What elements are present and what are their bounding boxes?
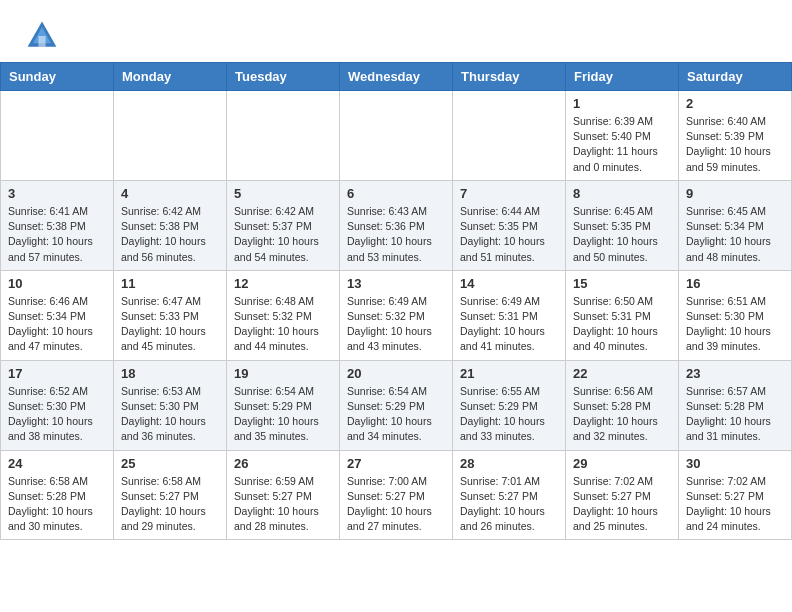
- day-info: Sunrise: 6:54 AMSunset: 5:29 PMDaylight:…: [234, 384, 332, 445]
- day-info: Sunrise: 6:54 AMSunset: 5:29 PMDaylight:…: [347, 384, 445, 445]
- weekday-friday: Friday: [566, 63, 679, 91]
- page-header: [0, 0, 792, 62]
- day-info: Sunrise: 6:47 AMSunset: 5:33 PMDaylight:…: [121, 294, 219, 355]
- day-info: Sunrise: 6:56 AMSunset: 5:28 PMDaylight:…: [573, 384, 671, 445]
- day-number: 3: [8, 186, 106, 201]
- day-number: 9: [686, 186, 784, 201]
- calendar-cell: 1Sunrise: 6:39 AMSunset: 5:40 PMDaylight…: [566, 91, 679, 181]
- calendar-cell: 11Sunrise: 6:47 AMSunset: 5:33 PMDayligh…: [114, 270, 227, 360]
- calendar-week-row: 1Sunrise: 6:39 AMSunset: 5:40 PMDaylight…: [1, 91, 792, 181]
- logo: [24, 18, 64, 54]
- day-number: 8: [573, 186, 671, 201]
- day-info: Sunrise: 6:39 AMSunset: 5:40 PMDaylight:…: [573, 114, 671, 175]
- calendar-cell: 6Sunrise: 6:43 AMSunset: 5:36 PMDaylight…: [340, 180, 453, 270]
- day-info: Sunrise: 6:44 AMSunset: 5:35 PMDaylight:…: [460, 204, 558, 265]
- day-info: Sunrise: 7:02 AMSunset: 5:27 PMDaylight:…: [686, 474, 784, 535]
- day-number: 1: [573, 96, 671, 111]
- day-number: 19: [234, 366, 332, 381]
- day-info: Sunrise: 6:41 AMSunset: 5:38 PMDaylight:…: [8, 204, 106, 265]
- calendar-cell: 2Sunrise: 6:40 AMSunset: 5:39 PMDaylight…: [679, 91, 792, 181]
- calendar-cell: 18Sunrise: 6:53 AMSunset: 5:30 PMDayligh…: [114, 360, 227, 450]
- calendar-week-row: 24Sunrise: 6:58 AMSunset: 5:28 PMDayligh…: [1, 450, 792, 540]
- svg-rect-2: [38, 36, 45, 47]
- calendar-cell: 15Sunrise: 6:50 AMSunset: 5:31 PMDayligh…: [566, 270, 679, 360]
- calendar-cell: 16Sunrise: 6:51 AMSunset: 5:30 PMDayligh…: [679, 270, 792, 360]
- day-number: 24: [8, 456, 106, 471]
- calendar-cell: 13Sunrise: 6:49 AMSunset: 5:32 PMDayligh…: [340, 270, 453, 360]
- day-info: Sunrise: 6:49 AMSunset: 5:31 PMDaylight:…: [460, 294, 558, 355]
- day-number: 2: [686, 96, 784, 111]
- day-number: 14: [460, 276, 558, 291]
- calendar-cell: 26Sunrise: 6:59 AMSunset: 5:27 PMDayligh…: [227, 450, 340, 540]
- day-info: Sunrise: 6:42 AMSunset: 5:38 PMDaylight:…: [121, 204, 219, 265]
- day-number: 30: [686, 456, 784, 471]
- calendar-cell: 20Sunrise: 6:54 AMSunset: 5:29 PMDayligh…: [340, 360, 453, 450]
- day-info: Sunrise: 6:45 AMSunset: 5:35 PMDaylight:…: [573, 204, 671, 265]
- weekday-thursday: Thursday: [453, 63, 566, 91]
- day-number: 11: [121, 276, 219, 291]
- calendar-week-row: 17Sunrise: 6:52 AMSunset: 5:30 PMDayligh…: [1, 360, 792, 450]
- day-number: 6: [347, 186, 445, 201]
- day-info: Sunrise: 7:02 AMSunset: 5:27 PMDaylight:…: [573, 474, 671, 535]
- day-info: Sunrise: 7:01 AMSunset: 5:27 PMDaylight:…: [460, 474, 558, 535]
- calendar-cell: 25Sunrise: 6:58 AMSunset: 5:27 PMDayligh…: [114, 450, 227, 540]
- day-number: 25: [121, 456, 219, 471]
- day-info: Sunrise: 6:45 AMSunset: 5:34 PMDaylight:…: [686, 204, 784, 265]
- calendar-cell: 8Sunrise: 6:45 AMSunset: 5:35 PMDaylight…: [566, 180, 679, 270]
- day-number: 28: [460, 456, 558, 471]
- weekday-header-row: SundayMondayTuesdayWednesdayThursdayFrid…: [1, 63, 792, 91]
- calendar-cell: 14Sunrise: 6:49 AMSunset: 5:31 PMDayligh…: [453, 270, 566, 360]
- day-number: 26: [234, 456, 332, 471]
- calendar-cell: 7Sunrise: 6:44 AMSunset: 5:35 PMDaylight…: [453, 180, 566, 270]
- calendar-cell: 29Sunrise: 7:02 AMSunset: 5:27 PMDayligh…: [566, 450, 679, 540]
- calendar-cell: 3Sunrise: 6:41 AMSunset: 5:38 PMDaylight…: [1, 180, 114, 270]
- day-number: 18: [121, 366, 219, 381]
- calendar-cell: 21Sunrise: 6:55 AMSunset: 5:29 PMDayligh…: [453, 360, 566, 450]
- day-info: Sunrise: 6:40 AMSunset: 5:39 PMDaylight:…: [686, 114, 784, 175]
- day-info: Sunrise: 6:59 AMSunset: 5:27 PMDaylight:…: [234, 474, 332, 535]
- day-number: 7: [460, 186, 558, 201]
- day-info: Sunrise: 6:42 AMSunset: 5:37 PMDaylight:…: [234, 204, 332, 265]
- day-info: Sunrise: 6:58 AMSunset: 5:27 PMDaylight:…: [121, 474, 219, 535]
- day-info: Sunrise: 6:52 AMSunset: 5:30 PMDaylight:…: [8, 384, 106, 445]
- calendar-cell: 28Sunrise: 7:01 AMSunset: 5:27 PMDayligh…: [453, 450, 566, 540]
- day-number: 21: [460, 366, 558, 381]
- day-number: 13: [347, 276, 445, 291]
- day-info: Sunrise: 6:57 AMSunset: 5:28 PMDaylight:…: [686, 384, 784, 445]
- day-number: 16: [686, 276, 784, 291]
- calendar-week-row: 3Sunrise: 6:41 AMSunset: 5:38 PMDaylight…: [1, 180, 792, 270]
- day-number: 27: [347, 456, 445, 471]
- day-info: Sunrise: 6:48 AMSunset: 5:32 PMDaylight:…: [234, 294, 332, 355]
- calendar-cell: [453, 91, 566, 181]
- calendar-cell: 24Sunrise: 6:58 AMSunset: 5:28 PMDayligh…: [1, 450, 114, 540]
- day-number: 29: [573, 456, 671, 471]
- logo-icon: [24, 18, 60, 54]
- calendar-cell: [1, 91, 114, 181]
- day-info: Sunrise: 6:55 AMSunset: 5:29 PMDaylight:…: [460, 384, 558, 445]
- calendar-cell: [227, 91, 340, 181]
- day-info: Sunrise: 6:49 AMSunset: 5:32 PMDaylight:…: [347, 294, 445, 355]
- calendar-cell: 17Sunrise: 6:52 AMSunset: 5:30 PMDayligh…: [1, 360, 114, 450]
- weekday-wednesday: Wednesday: [340, 63, 453, 91]
- calendar-week-row: 10Sunrise: 6:46 AMSunset: 5:34 PMDayligh…: [1, 270, 792, 360]
- calendar-cell: [114, 91, 227, 181]
- day-info: Sunrise: 6:51 AMSunset: 5:30 PMDaylight:…: [686, 294, 784, 355]
- day-number: 10: [8, 276, 106, 291]
- weekday-sunday: Sunday: [1, 63, 114, 91]
- day-info: Sunrise: 6:53 AMSunset: 5:30 PMDaylight:…: [121, 384, 219, 445]
- weekday-tuesday: Tuesday: [227, 63, 340, 91]
- calendar-cell: 4Sunrise: 6:42 AMSunset: 5:38 PMDaylight…: [114, 180, 227, 270]
- calendar-cell: 5Sunrise: 6:42 AMSunset: 5:37 PMDaylight…: [227, 180, 340, 270]
- day-number: 23: [686, 366, 784, 381]
- calendar-cell: 22Sunrise: 6:56 AMSunset: 5:28 PMDayligh…: [566, 360, 679, 450]
- day-number: 5: [234, 186, 332, 201]
- day-number: 22: [573, 366, 671, 381]
- day-info: Sunrise: 6:58 AMSunset: 5:28 PMDaylight:…: [8, 474, 106, 535]
- calendar-cell: 23Sunrise: 6:57 AMSunset: 5:28 PMDayligh…: [679, 360, 792, 450]
- day-number: 12: [234, 276, 332, 291]
- day-number: 17: [8, 366, 106, 381]
- day-number: 4: [121, 186, 219, 201]
- weekday-monday: Monday: [114, 63, 227, 91]
- weekday-saturday: Saturday: [679, 63, 792, 91]
- calendar-cell: 27Sunrise: 7:00 AMSunset: 5:27 PMDayligh…: [340, 450, 453, 540]
